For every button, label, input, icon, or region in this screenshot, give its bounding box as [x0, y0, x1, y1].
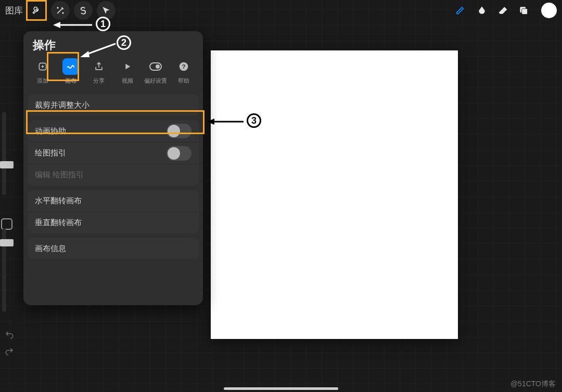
- tab-canvas[interactable]: 画布: [58, 58, 84, 85]
- row-label: 绘图指引: [35, 148, 66, 158]
- actions-wrench-button[interactable]: [26, 0, 47, 21]
- tab-share[interactable]: 分享: [86, 58, 112, 85]
- undo-button[interactable]: [2, 329, 17, 341]
- row-label: 动画协助: [35, 126, 66, 136]
- home-indicator: [224, 387, 338, 390]
- wand-icon: [55, 5, 66, 16]
- redo-button[interactable]: [2, 345, 17, 358]
- layers-button[interactable]: [513, 0, 534, 21]
- toggle-knob: [168, 125, 180, 137]
- gallery-button[interactable]: 图库: [5, 5, 23, 17]
- tab-help[interactable]: ? 帮助: [171, 58, 197, 85]
- row-flip-vertical[interactable]: 垂直翻转画布: [28, 212, 199, 233]
- svg-point-4: [156, 64, 160, 69]
- play-icon: [123, 62, 132, 71]
- tab-prefs[interactable]: 偏好设置: [143, 58, 169, 85]
- tab-label: 分享: [93, 77, 105, 85]
- wave-icon: [66, 61, 76, 72]
- tab-video[interactable]: 视频: [114, 58, 140, 85]
- row-edit-drawing-guide: 编辑 绘图指引: [28, 164, 199, 186]
- actions-rows: 裁剪并调整大小 动画协助 绘图指引 编辑 绘图指引 水平翻转画布 垂直翻转画布 …: [23, 94, 203, 305]
- tab-label: 视频: [122, 77, 133, 85]
- eraser-tool-button[interactable]: [492, 0, 513, 21]
- toggle-animation-assist[interactable]: [167, 124, 191, 138]
- brush-icon: [456, 5, 466, 16]
- row-crop-resize[interactable]: 裁剪并调整大小: [28, 94, 199, 116]
- tab-label: 画布: [65, 77, 76, 85]
- top-toolbar: 图库: [0, 0, 562, 21]
- modify-button[interactable]: [1, 218, 12, 230]
- brush-tool-button[interactable]: [451, 0, 471, 21]
- actions-popover: 操作 添加 画布 分享 视频 偏好设置 ? 帮助 裁剪并调整大小: [23, 31, 203, 305]
- row-flip-horizontal[interactable]: 水平翻转画布: [28, 190, 199, 212]
- tab-label: 偏好设置: [144, 77, 167, 85]
- tab-label: 帮助: [178, 77, 189, 85]
- row-canvas-info[interactable]: 画布信息: [28, 238, 199, 259]
- redo-icon: [4, 347, 15, 356]
- smudge-icon: [477, 5, 487, 16]
- toggle-knob: [168, 147, 180, 160]
- arrow-icon: [101, 5, 111, 16]
- row-label: 垂直翻转画布: [35, 218, 82, 228]
- smudge-tool-button[interactable]: [471, 0, 492, 21]
- row-label: 裁剪并调整大小: [35, 100, 90, 110]
- svg-text:?: ?: [182, 63, 185, 70]
- color-swatch-button[interactable]: [541, 3, 557, 18]
- tab-add[interactable]: 添加: [30, 58, 56, 85]
- row-label: 水平翻转画布: [35, 196, 82, 206]
- adjustments-wand-button[interactable]: [51, 1, 70, 20]
- brush-size-slider-track[interactable]: [2, 112, 6, 195]
- row-label: 画布信息: [35, 244, 66, 254]
- svg-rect-1: [522, 9, 528, 15]
- actions-tabs: 添加 画布 分享 视频 偏好设置 ? 帮助: [23, 57, 203, 90]
- selection-button[interactable]: [74, 1, 93, 20]
- plus-square-icon: [37, 61, 48, 72]
- popover-title: 操作: [23, 31, 203, 57]
- row-drawing-guide[interactable]: 绘图指引: [28, 142, 199, 164]
- eraser-icon: [497, 5, 508, 16]
- drawing-canvas[interactable]: [211, 50, 458, 339]
- transform-arrow-button[interactable]: [97, 1, 116, 20]
- toggle-drawing-guide[interactable]: [167, 146, 191, 161]
- row-label: 编辑 绘图指引: [35, 170, 84, 180]
- question-icon: ?: [178, 61, 189, 72]
- watermark-text: @51CTO博客: [510, 380, 556, 389]
- tab-label: 添加: [37, 77, 48, 85]
- row-animation-assist[interactable]: 动画协助: [28, 120, 199, 142]
- toggle-icon: [149, 62, 162, 71]
- selection-s-icon: [78, 5, 88, 16]
- layers-icon: [518, 5, 529, 16]
- share-icon: [94, 61, 104, 72]
- wrench-icon: [31, 5, 42, 16]
- brush-size-slider-thumb[interactable]: [0, 161, 14, 168]
- undo-icon: [4, 330, 15, 339]
- brush-opacity-slider-thumb[interactable]: [0, 239, 14, 246]
